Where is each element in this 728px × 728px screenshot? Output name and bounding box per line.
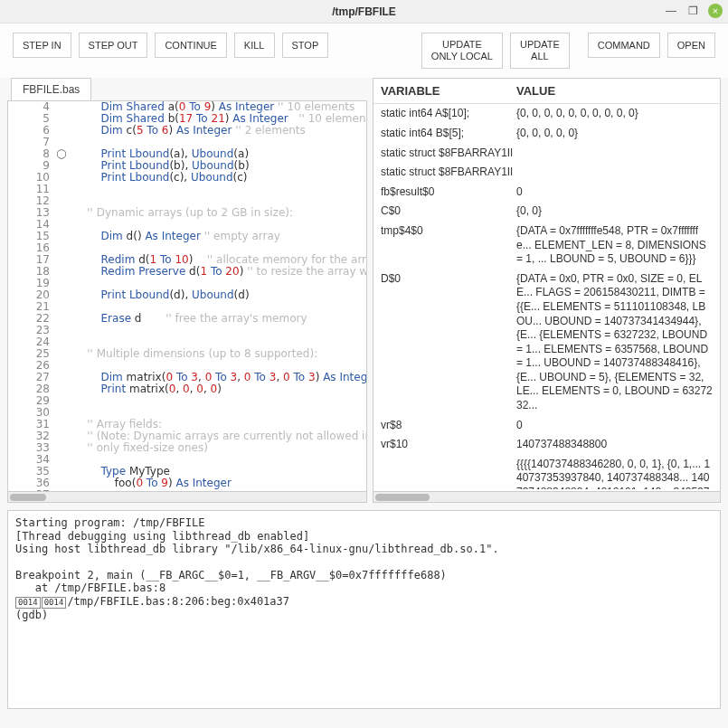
close-icon[interactable]: ×	[708, 4, 723, 18]
variable-row[interactable]: static struct $8FBARRAY1Il	[373, 163, 720, 183]
code-line[interactable]: 12	[8, 195, 366, 207]
code-line[interactable]: 16	[8, 242, 366, 254]
file-tab[interactable]: FBFILE.bas	[11, 78, 91, 100]
code-line[interactable]: 15 Dim d() As Integer '' empty array	[8, 231, 366, 242]
variable-row[interactable]: vr$80	[373, 416, 720, 436]
code-line[interactable]: 17 Redim d(1 To 10) '' allocate memory f…	[8, 254, 366, 266]
code-line[interactable]: 32 '' (Note: Dynamic arrays are currentl…	[8, 430, 366, 442]
variable-row[interactable]: tmp$4$0{DATA = 0x7fffffffe548, PTR = 0x7…	[373, 222, 720, 269]
code-line[interactable]: 9 Print Lbound(b), Ubound(b)	[8, 160, 366, 172]
main-content: FBFILE.bas 4 Dim Shared a(0 To 9) As Int…	[0, 78, 728, 503]
variable-value: {0, 0}	[516, 204, 713, 219]
variable-row[interactable]: C$0{0, 0}	[373, 202, 720, 222]
step-out-button[interactable]: STEP OUT	[79, 33, 148, 58]
line-number: 35	[8, 466, 53, 477]
code-line[interactable]: 21	[8, 301, 366, 313]
code-line[interactable]: 10 Print Lbound(c), Ubound(c)	[8, 172, 366, 184]
var-col-value: VALUE	[516, 84, 555, 98]
line-number: 27	[8, 372, 53, 383]
variable-row[interactable]: static int64 A$[10];{0, 0, 0, 0, 0, 0, 0…	[373, 104, 720, 124]
source-column: FBFILE.bas 4 Dim Shared a(0 To 9) As Int…	[7, 78, 367, 503]
code-line[interactable]: 24	[8, 336, 366, 348]
code-line[interactable]: 14	[8, 219, 366, 231]
code-line[interactable]: 36 foo(0 To 9) As Integer	[8, 477, 366, 489]
variable-row[interactable]: static struct $8FBARRAY1Il	[373, 144, 720, 164]
code-line[interactable]: 30	[8, 407, 366, 419]
line-number: 21	[8, 301, 53, 313]
variable-row[interactable]: vr$10140737488348800	[373, 435, 720, 455]
console-box2: 0014	[42, 597, 67, 609]
variable-row[interactable]: D$0{DATA = 0x0, PTR = 0x0, SIZE = 0, ELE…	[373, 269, 720, 416]
code-line[interactable]: 31 '' Array fields:	[8, 419, 366, 430]
code-line[interactable]: 11	[8, 184, 366, 195]
line-number: 19	[8, 278, 53, 289]
variable-row[interactable]: static int64 B$[5];{0, 0, 0, 0, 0}	[373, 124, 720, 144]
update-all-l1: UPDATE	[520, 39, 560, 51]
variable-row[interactable]: {{{{140737488346280, 0, 0, 1}, {0, 1,...…	[373, 455, 720, 490]
code-hscroll[interactable]	[7, 492, 367, 503]
code-text: Print Lbound(b), Ubound(b)	[70, 160, 250, 172]
code-line[interactable]: 20 Print Lbound(d), Ubound(d)	[8, 289, 366, 301]
step-in-button[interactable]: STEP IN	[13, 33, 71, 58]
code-line[interactable]: 34	[8, 454, 366, 466]
line-number: 23	[8, 325, 53, 336]
line-number: 36	[8, 477, 53, 489]
code-line[interactable]: 25 '' Multiple dimensions (up to 8 suppo…	[8, 348, 366, 360]
code-pane[interactable]: 4 Dim Shared a(0 To 9) As Integer '' 10 …	[7, 100, 367, 492]
variable-name: D$0	[381, 272, 516, 287]
code-line[interactable]: 4 Dim Shared a(0 To 9) As Integer '' 10 …	[8, 101, 366, 113]
code-text: Print matrix(0, 0, 0, 0)	[70, 383, 222, 395]
line-number: 4	[8, 101, 53, 113]
code-line[interactable]: 18 Redim Preserve d(1 To 20) '' to resiz…	[8, 266, 366, 278]
update-local-button[interactable]: UPDATE ONLY LOCAL	[421, 33, 503, 69]
line-number: 33	[8, 442, 53, 454]
command-button[interactable]: COMMAND	[588, 33, 660, 58]
variable-name: vr$8	[381, 419, 516, 433]
line-number: 14	[8, 219, 53, 231]
code-line[interactable]: 28 Print matrix(0, 0, 0, 0)	[8, 383, 366, 395]
line-number: 16	[8, 242, 53, 254]
line-number: 10	[8, 172, 53, 184]
continue-button[interactable]: CONTINUE	[155, 33, 226, 58]
minimize-icon[interactable]: —	[665, 5, 677, 17]
code-line[interactable]: 13 '' Dynamic arrays (up to 2 GB in size…	[8, 207, 366, 219]
code-line[interactable]: 6 Dim c(5 To 6) As Integer '' 2 elements	[8, 125, 366, 137]
breakpoint-marker[interactable]: ◯	[53, 149, 70, 159]
code-line[interactable]: 8◯ Print Lbound(a), Ubound(a)	[8, 148, 366, 160]
console-text: Starting program: /tmp/FBFILE [Thread de…	[15, 516, 499, 594]
variable-row[interactable]: fb$result$00	[373, 183, 720, 203]
open-button[interactable]: OPEN	[667, 33, 715, 58]
code-text: '' only fixed-size ones)	[70, 442, 208, 454]
code-line[interactable]: 29	[8, 395, 366, 407]
toolbar: STEP IN STEP OUT CONTINUE KILL STOP UPDA…	[0, 24, 728, 78]
console-line-boxed: /tmp/FBFILE.bas:8:206:beg:0x401a37	[67, 595, 289, 608]
variable-name: C$0	[381, 204, 516, 219]
update-all-button[interactable]: UPDATE ALL	[510, 33, 570, 69]
console-output[interactable]: Starting program: /tmp/FBFILE [Thread de…	[7, 510, 721, 709]
vars-hscroll[interactable]	[373, 492, 721, 503]
code-line[interactable]: 35 Type MyType	[8, 466, 366, 477]
line-number: 30	[8, 407, 53, 419]
line-number: 5	[8, 113, 53, 125]
variable-name: tmp$4$0	[381, 224, 516, 239]
code-line[interactable]: 7	[8, 137, 366, 148]
code-line[interactable]: 19	[8, 278, 366, 289]
code-line[interactable]: 27 Dim matrix(0 To 3, 0 To 3, 0 To 3, 0 …	[8, 372, 366, 383]
code-line[interactable]: 23	[8, 325, 366, 336]
variables-pane[interactable]: VARIABLE VALUE static int64 A$[10];{0, 0…	[373, 78, 721, 492]
variable-name: static int64 B$[5];	[381, 127, 516, 141]
code-line[interactable]: 33 '' only fixed-size ones)	[8, 442, 366, 454]
code-line[interactable]: 26	[8, 360, 366, 372]
line-number: 11	[8, 184, 53, 195]
kill-button[interactable]: KILL	[234, 33, 275, 58]
code-line[interactable]: 22 Erase d '' free the array's memory	[8, 313, 366, 325]
line-number: 6	[8, 125, 53, 137]
code-line[interactable]: 37	[8, 489, 366, 491]
code-text: '' (Note: Dynamic arrays are currently n…	[70, 430, 366, 442]
stop-button[interactable]: STOP	[282, 33, 329, 58]
maximize-icon[interactable]: ❐	[686, 5, 699, 17]
variable-name: static struct $8FBARRAY1Il	[381, 147, 516, 161]
code-line[interactable]: 5 Dim Shared b(17 To 21) As Integer '' 1…	[8, 113, 366, 125]
code-text: Redim Preserve d(1 To 20) '' to resize t…	[70, 266, 366, 278]
window-title: /tmp/FBFILE	[332, 5, 396, 18]
